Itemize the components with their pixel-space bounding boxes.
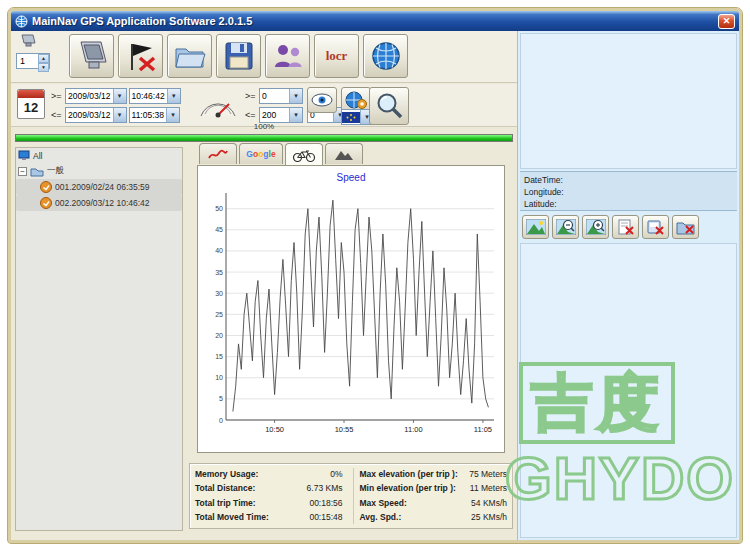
magnifier-icon: [374, 91, 404, 121]
save-icon: [223, 40, 255, 72]
stats-panel: Memory Usage:0% Total Distance:6.73 KMs …: [189, 463, 513, 529]
collapse-icon[interactable]: −: [18, 167, 27, 176]
main-toolbar: 1 ▲ ▼: [11, 31, 517, 83]
speed-line-chart: 0510152025303540455010:5010:5511:0011:05: [200, 188, 502, 444]
search-button[interactable]: [369, 87, 409, 125]
left-area: 1 ▲ ▼: [11, 31, 517, 540]
window-content: 1 ▲ ▼: [11, 31, 739, 540]
stat-memory-usage: Memory Usage:0%: [195, 468, 343, 481]
tree-all-label: All: [33, 151, 42, 161]
time-from-select[interactable]: 10:46:42 ▾: [129, 88, 181, 104]
device-download-icon: [75, 40, 109, 72]
device-small-icon: [18, 150, 30, 161]
position-info-box: DateTime: Longitude: Latitude:: [520, 171, 737, 211]
tab-track[interactable]: [199, 143, 237, 164]
date-to-operator: <=: [51, 110, 63, 120]
download-track-button[interactable]: [69, 34, 114, 78]
app-window: MainNav GPS Application Software 2.0.1.5…: [8, 8, 742, 543]
map-view-top[interactable]: [520, 33, 737, 169]
mountain-icon: [333, 148, 355, 161]
date-to-select[interactable]: 2009/03/12 ▾: [65, 107, 127, 123]
globe-icon: [370, 40, 402, 72]
calendar-day: 12: [18, 98, 44, 118]
flag-icon: [342, 112, 360, 123]
tab-google[interactable]: Google: [239, 143, 283, 164]
title-bar[interactable]: MainNav GPS Application Software 2.0.1.5…: [11, 11, 739, 31]
date-from-select[interactable]: 2009/03/12 ▾: [65, 88, 127, 104]
stat-avg-speed: Avg. Spd.:25 KMs/h: [360, 511, 508, 524]
eye-icon: [311, 93, 333, 107]
speed-chart: Speed 0510152025303540455010:5010:5511:0…: [197, 165, 505, 453]
spin-down-icon[interactable]: ▼: [38, 63, 49, 72]
longitude-label: Longitude:: [524, 186, 733, 198]
save-file-button[interactable]: [216, 34, 261, 78]
svg-text:40: 40: [215, 247, 223, 254]
folder-delete-icon: [676, 219, 696, 235]
locr-button[interactable]: locr: [314, 34, 359, 78]
page-delete-icon: [617, 219, 635, 235]
clear-track-button[interactable]: [118, 34, 163, 78]
spin-up-icon[interactable]: ▲: [38, 54, 49, 63]
tree-item-group[interactable]: − 一般: [16, 163, 182, 179]
tab-elevation[interactable]: [325, 143, 363, 164]
remove-track-button[interactable]: [642, 215, 669, 239]
calendar-picker[interactable]: 12: [17, 89, 45, 119]
clear-view-button[interactable]: [612, 215, 639, 239]
stat-total-moved-time: Total Moved Time:00:15:48: [195, 511, 343, 524]
web-map-button[interactable]: [363, 34, 408, 78]
svg-text:5: 5: [219, 395, 223, 402]
stat-total-trip-time: Total trip Time:00:18:56: [195, 497, 343, 510]
speed-max-operator: <=: [245, 110, 257, 120]
tree-item-trip-2[interactable]: 002.2009/03/12 10:46:42: [16, 195, 182, 211]
dropdown-arrow-icon[interactable]: ▾: [289, 89, 302, 103]
dropdown-arrow-icon[interactable]: ▾: [113, 89, 126, 103]
svg-text:0: 0: [219, 417, 223, 424]
photo-map-icon: [526, 219, 546, 235]
svg-text:15: 15: [215, 353, 223, 360]
trip-label: 001.2009/02/24 06:35:59: [55, 182, 150, 192]
speed-min-operator: >=: [245, 91, 257, 101]
trip-label: 002.2009/03/12 10:46:42: [55, 198, 150, 208]
filter-toolbar: 12 >= 2009/03/12 ▾ 10:46:42 ▾ <=: [11, 84, 517, 127]
svg-text:10:55: 10:55: [335, 425, 354, 434]
dropdown-arrow-icon[interactable]: ▾: [166, 108, 179, 122]
tree-group-label: 一般: [47, 165, 64, 177]
time-to-select[interactable]: 11:05:38 ▾: [129, 107, 180, 123]
window-title: MainNav GPS Application Software 2.0.1.5: [32, 15, 718, 27]
dropdown-arrow-icon[interactable]: ▾: [289, 108, 302, 122]
trip-icon: [40, 181, 52, 193]
dropdown-arrow-icon[interactable]: ▾: [113, 108, 126, 122]
open-file-button[interactable]: [167, 34, 212, 78]
locr-logo: locr: [326, 48, 348, 64]
svg-text:35: 35: [215, 269, 223, 276]
chart-title: Speed: [198, 172, 504, 183]
spinner-arrows[interactable]: ▲ ▼: [38, 54, 49, 68]
file-delete-icon: [647, 219, 665, 235]
calendar-icon: [18, 90, 44, 98]
latitude-label: Latitude:: [524, 198, 733, 210]
view-button[interactable]: [307, 87, 337, 113]
datetime-label: DateTime:: [524, 174, 733, 186]
community-button[interactable]: [265, 34, 310, 78]
chart-tabs: Google: [199, 143, 363, 166]
folder-open-icon: [173, 41, 207, 71]
close-folder-button[interactable]: [672, 215, 699, 239]
track-number-stepper[interactable]: 1 ▲ ▼: [16, 53, 50, 69]
device-mini-icon: [20, 33, 56, 51]
speed-min-select[interactable]: 0 ▾: [259, 88, 303, 104]
stat-min-elevation: Min elevation (per trip ):11 Meters: [360, 482, 508, 495]
track-tree: All − 一般 001.2009/02/24 06:35:59 002.200…: [15, 147, 183, 531]
view-map-button[interactable]: [522, 215, 549, 239]
track-number-value: 1: [17, 56, 38, 66]
zoom-in-button[interactable]: [582, 215, 609, 239]
tree-item-trip-1[interactable]: 001.2009/02/24 06:35:59: [16, 179, 182, 195]
dropdown-arrow-icon[interactable]: ▾: [167, 89, 180, 103]
tree-item-all[interactable]: All: [16, 148, 182, 163]
tab-speed[interactable]: [285, 143, 323, 166]
map-view-bottom[interactable]: [520, 243, 737, 538]
zoom-out-button[interactable]: [552, 215, 579, 239]
people-icon: [271, 41, 305, 71]
svg-text:20: 20: [215, 332, 223, 339]
close-button[interactable]: ✕: [718, 14, 735, 29]
speed-max-select[interactable]: 200 ▾: [259, 107, 303, 123]
